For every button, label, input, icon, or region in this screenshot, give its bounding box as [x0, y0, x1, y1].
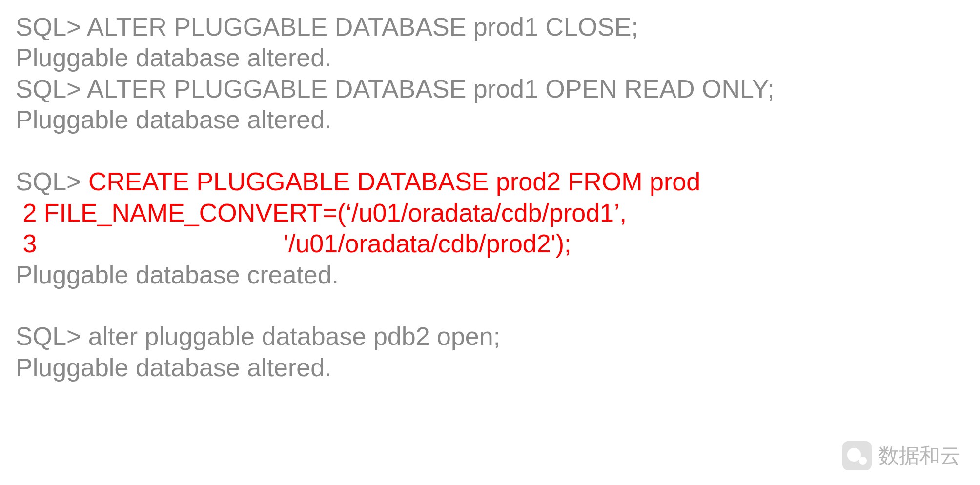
terminal-line: Pluggable database altered. [16, 352, 964, 383]
watermark: 数据和云 [842, 441, 960, 470]
terminal-line: 3 '/u01/oradata/cdb/prod2'); [16, 228, 964, 259]
terminal-line: SQL> ALTER PLUGGABLE DATABASE prod1 CLOS… [16, 12, 964, 42]
sql-terminal-output: SQL> ALTER PLUGGABLE DATABASE prod1 CLOS… [0, 0, 980, 395]
terminal-line: SQL> CREATE PLUGGABLE DATABASE prod2 FRO… [16, 166, 964, 197]
watermark-text: 数据和云 [878, 442, 960, 469]
terminal-line: SQL> ALTER PLUGGABLE DATABASE prod1 OPEN… [16, 74, 964, 104]
terminal-line: Pluggable database created. [16, 260, 964, 290]
terminal-line [16, 290, 964, 321]
terminal-line [16, 136, 964, 166]
terminal-line: 2 FILE_NAME_CONVERT=(‘/u01/oradata/cdb/p… [16, 198, 964, 228]
terminal-line: Pluggable database altered. [16, 104, 964, 135]
wechat-icon [842, 441, 872, 470]
terminal-line: Pluggable database altered. [16, 42, 964, 73]
terminal-line: SQL> alter pluggable database pdb2 open; [16, 321, 964, 352]
